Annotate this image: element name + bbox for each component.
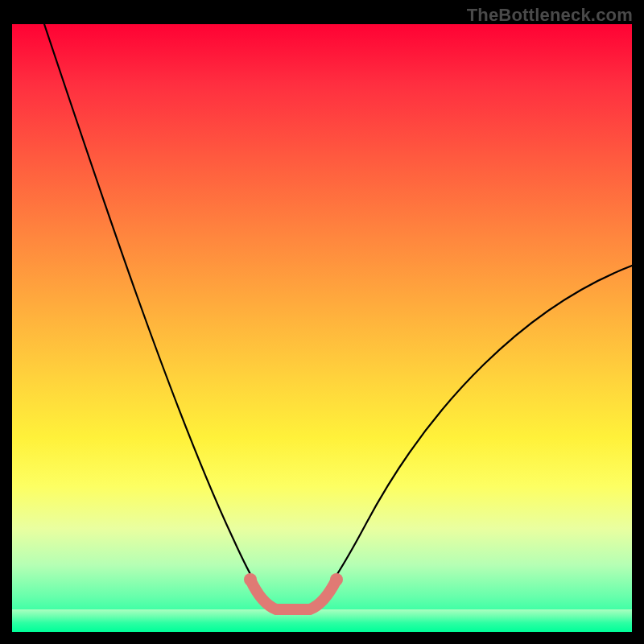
valley-marker-dot-left (244, 573, 257, 586)
chart-svg (12, 24, 632, 632)
watermark-text: TheBottleneck.com (467, 5, 633, 26)
valley-marker (250, 580, 336, 609)
bottleneck-curve (44, 24, 632, 609)
chart-frame: TheBottleneck.com (0, 0, 644, 644)
valley-marker-dot-right (330, 573, 343, 586)
chart-plot-area (12, 24, 632, 632)
